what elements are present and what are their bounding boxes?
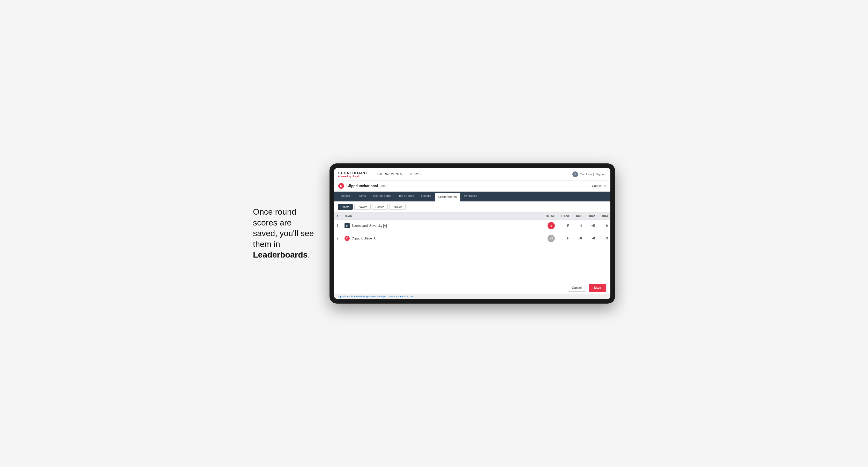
tournament-name: Clippd Invitational — [347, 184, 378, 188]
filter-players[interactable]: Players — [354, 204, 371, 210]
tab-course-setup[interactable]: Course Setup — [370, 192, 395, 201]
save-button[interactable]: Save — [589, 284, 606, 292]
tournament-header: C Clippd Invitational (Men) Cancel ✕ — [334, 181, 610, 192]
rd3-cell-2: +3 — [597, 232, 610, 245]
table-row: 2 C Clippd College [A] +3 F +8 -8 — [334, 232, 610, 245]
status-url: https://stage-blue-coach.stagescoreboard… — [338, 295, 414, 298]
tab-results[interactable]: Results — [417, 192, 435, 201]
content-area — [334, 245, 610, 281]
total-cell-1: -5 — [539, 220, 557, 232]
filter-teams[interactable]: Teams — [338, 204, 353, 210]
col-rd3: RD3 — [597, 213, 610, 220]
team-logo-clippd: C — [344, 236, 350, 241]
table-header-row: # TEAM TOTAL THRU RD1 RD2 RD3 — [334, 213, 610, 220]
tab-printables[interactable]: Printables — [460, 192, 481, 201]
svg-rect-2 — [346, 226, 348, 226]
tablet-device: SCOREBOARD Powered by clippd TOURNAMENTS… — [330, 163, 615, 304]
sign-out-link[interactable]: Sign out — [596, 173, 606, 176]
rd2-cell-1: +5 — [585, 220, 597, 232]
intro-line1: Once round — [253, 207, 296, 216]
cancel-button[interactable]: Cancel — [568, 284, 586, 292]
rd2-cell-2: -8 — [585, 232, 597, 245]
svg-rect-3 — [346, 226, 347, 227]
tab-teams[interactable]: Teams — [353, 192, 370, 201]
leaderboard-table: # TEAM TOTAL THRU RD1 RD2 RD3 1 — [334, 213, 610, 245]
filter-bar: Teams Players Scores Strokes — [334, 201, 610, 213]
user-name: Test User | — [580, 173, 594, 176]
team-logo-scoreboard — [344, 223, 350, 228]
tab-tee-groups[interactable]: Tee Groups — [395, 192, 417, 201]
rank-cell: 2 — [334, 232, 342, 245]
rd3-cell-1: -6 — [597, 220, 610, 232]
intro-line5-bold: Leaderboards — [253, 250, 308, 259]
col-rd2: RD2 — [585, 213, 597, 220]
user-avatar: S — [572, 172, 578, 177]
intro-line4: them in — [253, 240, 280, 249]
thru-cell-2: F — [557, 232, 571, 245]
table-row: 1 Scoreboard University [A] -5 — [334, 220, 610, 232]
col-rank: # — [334, 213, 342, 220]
rd1-cell-2: +8 — [571, 232, 585, 245]
col-rd1: RD1 — [571, 213, 585, 220]
tournament-cancel-button[interactable]: Cancel ✕ — [592, 184, 606, 188]
score-badge-2: +3 — [548, 235, 555, 242]
logo-subtitle: Powered by clippd — [338, 175, 367, 178]
col-team: TEAM — [342, 213, 539, 220]
nav-tournaments[interactable]: TOURNAMENTS — [373, 168, 406, 180]
cancel-label: Cancel — [592, 184, 601, 188]
intro-line3: saved, you'll see — [253, 228, 314, 238]
tab-leaderboards[interactable]: Leaderboards — [435, 193, 460, 201]
team-cell: C Clippd College [A] — [342, 232, 539, 245]
total-cell-2: +3 — [539, 232, 557, 245]
close-icon: ✕ — [603, 184, 606, 188]
tab-details[interactable]: Details — [337, 192, 353, 201]
col-thru: THRU — [557, 213, 571, 220]
nav-right: S Test User | Sign out — [572, 172, 606, 177]
status-bar: https://stage-blue-coach.stagescoreboard… — [334, 294, 610, 299]
logo: SCOREBOARD Powered by clippd — [338, 171, 367, 178]
thru-cell-1: F — [557, 220, 571, 232]
filter-scores[interactable]: Scores — [372, 204, 388, 210]
top-nav: SCOREBOARD Powered by clippd TOURNAMENTS… — [334, 168, 610, 181]
logo-title: SCOREBOARD — [338, 171, 367, 175]
nav-teams[interactable]: TEAMS — [406, 168, 425, 180]
team-cell: Scoreboard University [A] — [342, 220, 539, 232]
tablet-screen: SCOREBOARD Powered by clippd TOURNAMENTS… — [334, 168, 610, 299]
svg-rect-1 — [346, 225, 348, 225]
col-total: TOTAL — [539, 213, 557, 220]
bottom-bar: Cancel Save — [334, 281, 610, 294]
rd1-cell-1: -4 — [571, 220, 585, 232]
filter-strokes[interactable]: Strokes — [389, 204, 406, 210]
rank-cell: 1 — [334, 220, 342, 232]
sub-nav: Details Teams Course Setup Tee Groups Re… — [334, 192, 610, 201]
tournament-gender: (Men) — [379, 184, 388, 188]
intro-line2: scores are — [253, 218, 291, 227]
tournament-icon: C — [338, 183, 344, 189]
intro-text: Once round scores are saved, you'll see … — [253, 207, 314, 260]
score-badge-1: -5 — [548, 222, 555, 229]
nav-links: TOURNAMENTS TEAMS — [373, 168, 425, 180]
